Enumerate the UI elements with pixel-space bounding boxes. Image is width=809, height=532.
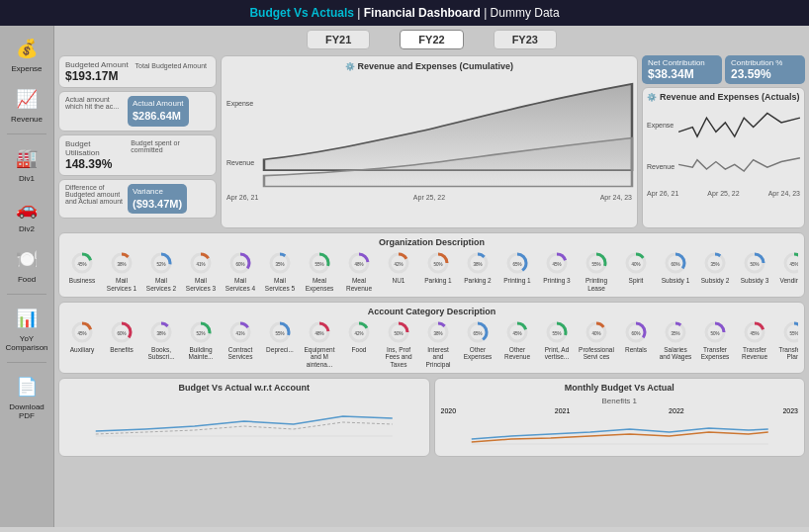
account-donut-item: 55% Transfer to Plant: [777, 320, 798, 362]
sidebar-item-food[interactable]: 🍽️ Food: [2, 241, 51, 288]
actuals-expense-label: Expense: [647, 122, 676, 129]
bottom-section: Budget Vs Actual w.r.t Account Monthly B…: [58, 378, 805, 457]
account-donut-circle: 48%: [308, 320, 331, 344]
sidebar-item-div2[interactable]: 🚗 Div2: [2, 191, 51, 237]
cumulative-svg: [264, 73, 632, 192]
top-section: Budgeted Amount $193.17M Total Budgeted …: [58, 55, 805, 228]
account-donut-circle: 50%: [387, 320, 410, 344]
net-contribution-value: $38.34M: [648, 67, 716, 81]
svg-text:55%: 55%: [315, 262, 323, 267]
tab-fy23[interactable]: FY23: [494, 30, 557, 49]
header-prefix: Budget Vs Actuals: [249, 6, 354, 20]
account-donut-label: Professional Servi ces: [579, 346, 614, 362]
account-donut-circle: 42%: [347, 320, 371, 344]
org-donut-circle: 38%: [110, 251, 134, 275]
account-donut-label: Print, Ad vertise...: [540, 346, 574, 362]
fy-tabs-row: FY21 FY22 FY23: [58, 30, 805, 49]
kpi-actual-box-label: Actual Amount: [133, 99, 184, 109]
svg-text:65%: 65%: [473, 331, 482, 336]
org-donut-circle: 35%: [703, 251, 727, 275]
tab-fy22[interactable]: FY22: [400, 30, 463, 49]
sidebar-item-yoy[interactable]: 📊 YoY Comparison: [2, 301, 51, 356]
cumulative-expense-label: Expense: [226, 100, 261, 107]
kpi-util-left: Budget Utilisation 148.39%: [65, 139, 124, 171]
org-donut-circle: 55%: [308, 251, 331, 275]
actuals-x2: Apr 24, 23: [768, 190, 800, 197]
account-section: Account Category Description 45% Auxilia…: [58, 302, 805, 374]
metrics-row: Net Contribution $38.34M Contribution % …: [642, 55, 805, 84]
cumulative-x0: Apr 26, 21: [226, 194, 258, 201]
account-donut-item: 52% Building Mainte...: [184, 320, 218, 362]
sidebar-label-yoy: YoY Comparison: [4, 334, 49, 352]
account-donut-label: Food: [352, 346, 367, 354]
kpi-budgeted-row: Budgeted Amount $193.17M Total Budgeted …: [65, 60, 210, 83]
sidebar-label-pdf: Download PDF: [4, 402, 49, 420]
org-donut-item: 50% Subsidy 3: [738, 251, 771, 285]
kpi-utilisation-card: Budget Utilisation 148.39% Budget spent …: [58, 134, 217, 176]
svg-text:60%: 60%: [631, 331, 640, 336]
org-donut-label: Meal Revenue: [342, 277, 376, 293]
monthly-x2: 2022: [669, 407, 684, 414]
svg-text:50%: 50%: [710, 331, 719, 336]
account-donut-item: 45% Other Revenue: [500, 320, 534, 362]
monthly-x0: 2020: [441, 407, 457, 414]
account-donut-circle: 45%: [70, 320, 94, 344]
account-donut-item: 50% Ins, Prof Fees and Taxes: [382, 320, 415, 369]
account-donut-label: Depreci...: [266, 346, 294, 354]
sidebar-item-div1[interactable]: 🏭 Div1: [2, 140, 51, 187]
sidebar-divider-2: [7, 294, 46, 295]
svg-text:45%: 45%: [512, 331, 521, 336]
account-donut-circle: 45%: [743, 320, 766, 344]
svg-text:55%: 55%: [552, 331, 561, 336]
kpi-variance-row: Difference of Budgeted amount and Actual…: [65, 184, 210, 215]
org-donut-label: Mail Services 5: [263, 277, 297, 293]
svg-text:45%: 45%: [789, 262, 798, 267]
cumulative-y-labels: Expense Revenue: [226, 73, 261, 192]
actuals-svg: [678, 104, 800, 188]
sidebar-divider-1: [7, 133, 46, 134]
org-donut-item: 35% Subsidy 2: [698, 251, 732, 285]
sidebar-label-div1: Div1: [19, 174, 35, 183]
svg-text:40%: 40%: [591, 331, 600, 336]
account-donut-item: 41% Contract Services: [224, 320, 257, 362]
account-donut-label: Interest and Principal: [421, 346, 455, 369]
account-donut-circle: 55%: [782, 320, 798, 344]
account-donut-circle: 38%: [149, 320, 173, 344]
sidebar-item-pdf[interactable]: 📄 Download PDF: [2, 369, 51, 424]
org-donut-item: 60% Mail Services 4: [224, 251, 257, 293]
org-donut-item: 55% Printing Lease: [580, 251, 613, 293]
org-donut-label: NU1: [392, 277, 404, 285]
svg-text:45%: 45%: [750, 331, 759, 336]
org-donut-item: 55% Meal Expenses: [303, 251, 336, 293]
kpi-util-label: Budget Utilisation: [65, 139, 124, 157]
kpi-actual-label: Actual amount which hit the ac...: [65, 96, 125, 110]
svg-text:45%: 45%: [552, 262, 561, 267]
monthly-title: Monthly Budget Vs Actual: [441, 383, 799, 393]
svg-text:48%: 48%: [354, 262, 363, 267]
kpi-actual-card: Actual amount which hit the ac... Actual…: [58, 91, 217, 132]
org-donut-circle: 60%: [664, 251, 687, 275]
account-donut-item: 45% Auxiliary: [65, 320, 99, 354]
sidebar-item-revenue[interactable]: 📈 Revenue: [2, 81, 51, 128]
org-donut-label: Parking 1: [424, 277, 451, 285]
org-donut-item: 35% Mail Services 5: [263, 251, 297, 293]
kpi-variance-box: Variance ($93.47M): [128, 184, 187, 215]
kpi-actual-value: $286.64M: [133, 109, 184, 123]
header: Budget Vs Actuals | Financial Dashboard …: [0, 0, 809, 26]
org-donut-label: Subsidy 3: [741, 277, 769, 285]
account-donut-label: Other Expenses: [461, 346, 494, 362]
sidebar-item-expense[interactable]: 💰 Expense: [2, 31, 51, 77]
org-donut-label: Mail Services 2: [144, 277, 178, 293]
svg-text:60%: 60%: [117, 331, 126, 336]
kpi-budgeted-value: $193.17M: [65, 69, 129, 83]
contribution-pct-box: Contribution % 23.59%: [725, 55, 805, 84]
kpi-variance-box-label: Variance: [133, 187, 182, 197]
org-donut-circle: 60%: [228, 251, 252, 275]
account-donut-item: 48% Equipment and M aintena...: [303, 320, 336, 369]
kpi-variance-value: ($93.47M): [133, 197, 182, 211]
account-donut-label: Building Mainte...: [184, 346, 218, 362]
tab-fy21[interactable]: FY21: [307, 30, 370, 49]
org-donut-label: Mail Services 4: [224, 277, 257, 293]
actuals-svg-container: [678, 104, 800, 188]
org-donut-circle: 42%: [387, 251, 410, 275]
